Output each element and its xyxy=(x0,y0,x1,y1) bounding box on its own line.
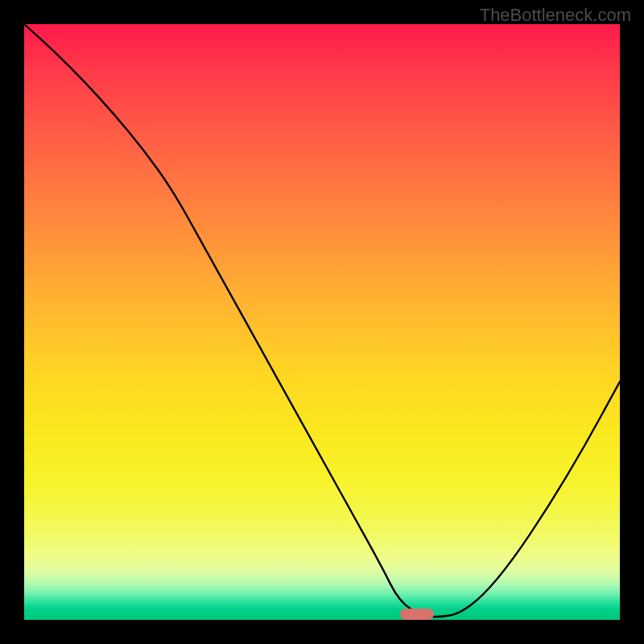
watermark-text: TheBottleneck.com xyxy=(480,5,631,26)
optimal-range-marker xyxy=(400,609,434,620)
chart-plot-area xyxy=(24,24,620,620)
bottleneck-curve xyxy=(24,24,620,620)
